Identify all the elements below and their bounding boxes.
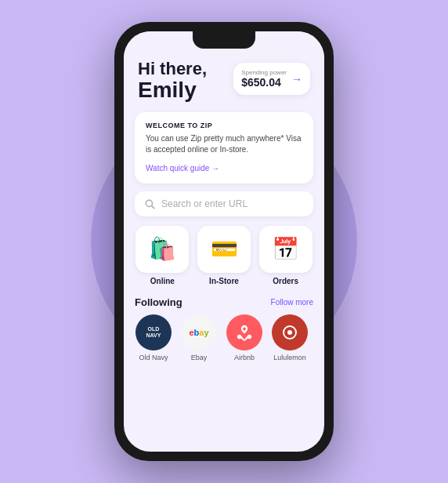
category-online[interactable]: 🛍️ Online	[135, 226, 190, 285]
spending-arrow: →	[291, 73, 302, 85]
airbnb-icon	[236, 324, 253, 341]
brands-row: OLDNAVY Old Navy ebay Ebay	[135, 314, 313, 361]
brand-lululemon[interactable]: Lululemon	[271, 314, 309, 361]
follow-more-link[interactable]: Follow more	[271, 298, 313, 307]
ebay-y: y	[204, 328, 208, 337]
welcome-card: WELCOME TO ZIP You can use Zip pretty mu…	[135, 112, 313, 183]
instore-icon: 💳	[211, 236, 238, 262]
online-icon-box: 🛍️	[135, 226, 189, 273]
phone-screen: Hi there, Emily Spending power $650.04 →…	[124, 31, 324, 452]
following-title: Following	[135, 296, 182, 308]
online-icon: 🛍️	[149, 236, 176, 262]
watch-guide-link[interactable]: Watch quick guide →	[146, 164, 219, 172]
orders-label: Orders	[273, 277, 298, 285]
search-icon	[144, 198, 155, 209]
spending-label: Spending power	[241, 69, 287, 76]
brand-ebay[interactable]: ebay Ebay	[180, 314, 218, 361]
lululemon-label: Lululemon	[273, 354, 306, 361]
search-bar[interactable]: Search or enter URL	[135, 191, 313, 216]
greeting: Hi there, Emily	[138, 60, 207, 103]
ebay-text: ebay	[189, 328, 208, 337]
old-navy-logo: OLDNAVY	[135, 314, 172, 350]
categories: 🛍️ Online 💳 In-Store 📅 Orders	[135, 226, 313, 285]
instore-label: In-Store	[209, 277, 239, 285]
lululemon-icon	[280, 323, 299, 342]
svg-line-1	[152, 206, 154, 209]
following-section: Following Follow more OLDNAVY Old Navy e…	[124, 296, 324, 361]
phone-notch	[193, 31, 255, 49]
category-orders[interactable]: 📅 Orders	[258, 226, 313, 285]
airbnb-logo	[226, 314, 262, 350]
lululemon-logo	[272, 314, 308, 350]
orders-icon-box: 📅	[259, 226, 313, 273]
online-label: Online	[150, 277, 175, 285]
ebay-label: Ebay	[191, 354, 208, 361]
instore-icon-box: 💳	[197, 226, 251, 273]
welcome-text: You can use Zip pretty much anywhere* Vi…	[146, 133, 302, 155]
spending-amount: $650.04	[241, 76, 287, 89]
orders-icon: 📅	[272, 236, 299, 262]
airbnb-label: Airbnb	[234, 354, 255, 361]
svg-point-3	[287, 330, 292, 335]
greeting-name: Emily	[138, 78, 207, 103]
category-instore[interactable]: 💳 In-Store	[197, 226, 252, 285]
old-navy-label: Old Navy	[139, 354, 168, 361]
search-placeholder: Search or enter URL	[161, 198, 247, 209]
phone-shell: Hi there, Emily Spending power $650.04 →…	[114, 22, 334, 461]
spending-power-card[interactable]: Spending power $650.04 →	[233, 63, 310, 95]
greeting-hi: Hi there,	[138, 60, 207, 78]
welcome-title: WELCOME TO ZIP	[146, 122, 302, 129]
brand-airbnb[interactable]: Airbnb	[226, 314, 263, 361]
following-header: Following Follow more	[135, 296, 313, 308]
spending-info: Spending power $650.04	[241, 69, 287, 89]
brand-old-navy[interactable]: OLDNAVY Old Navy	[135, 314, 172, 361]
ebay-logo: ebay	[181, 314, 217, 350]
old-navy-text: OLDNAVY	[146, 326, 161, 338]
